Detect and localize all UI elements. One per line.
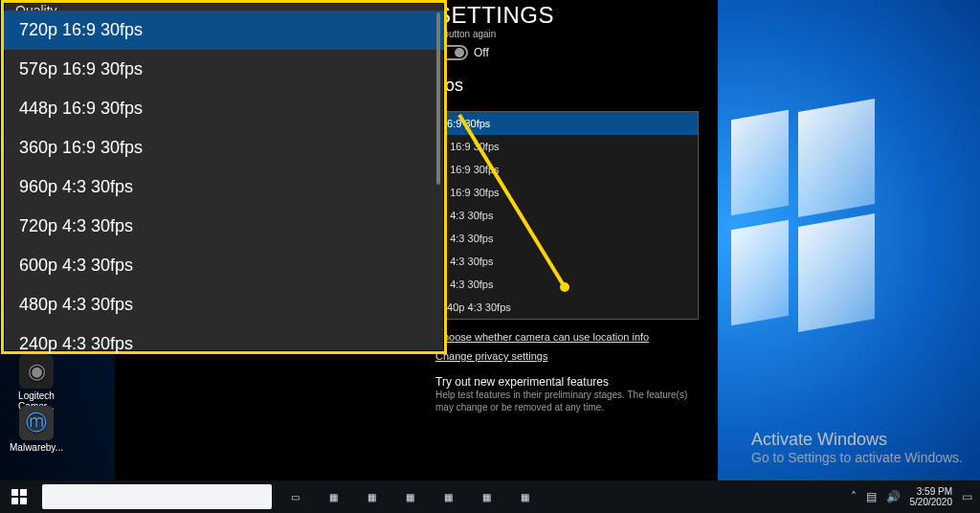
taskbar-app[interactable]: ▦ bbox=[429, 480, 467, 513]
quality-option-large[interactable]: 240p 4:3 30fps bbox=[4, 324, 444, 364]
quality-option[interactable]: p 4:3 30fps bbox=[432, 227, 698, 250]
quality-dropdown-small[interactable]: 16:9 30fps p 16:9 30fps p 16:9 30fps p 1… bbox=[431, 111, 699, 320]
tray-network-icon[interactable]: ▤ bbox=[866, 490, 877, 503]
tray-volume-icon[interactable]: 🔊 bbox=[886, 490, 901, 503]
magnified-quality-dropdown: Quality 720p 16:9 30fps 576p 16:9 30fps … bbox=[1, 0, 447, 354]
quality-option-large[interactable]: 720p 16:9 30fps bbox=[4, 11, 444, 50]
activate-windows-watermark: Activate Windows Go to Settings to activ… bbox=[751, 430, 963, 465]
quality-option[interactable]: p 4:3 30fps bbox=[432, 204, 698, 227]
taskbar-app[interactable]: ▦ bbox=[390, 480, 429, 513]
windows-wallpaper-logo bbox=[731, 96, 961, 383]
quality-label: Quality bbox=[4, 3, 444, 11]
quality-option[interactable]: p 4:3 30fps bbox=[432, 250, 698, 273]
desktop-icon-malwarebytes[interactable]: ⓜ Malwareby... bbox=[8, 406, 65, 453]
quality-option[interactable]: p 4:3 30fps bbox=[432, 273, 698, 296]
taskbar-clock[interactable]: 3:59 PM 5/20/2020 bbox=[910, 486, 953, 507]
taskbar-app[interactable]: ▦ bbox=[314, 480, 352, 513]
tray-chevron-icon[interactable]: ˄ bbox=[851, 490, 857, 503]
task-view-icon[interactable]: ▭ bbox=[276, 480, 314, 513]
taskbar-app[interactable]: ▦ bbox=[505, 480, 544, 513]
scrollbar[interactable] bbox=[436, 12, 440, 185]
quality-option[interactable]: p 16:9 30fps bbox=[432, 158, 698, 181]
quality-option[interactable]: p 16:9 30fps bbox=[432, 181, 698, 204]
malwarebytes-icon: ⓜ bbox=[19, 406, 54, 440]
svg-rect-9 bbox=[20, 498, 27, 504]
quality-option-large[interactable]: 960p 4:3 30fps bbox=[4, 167, 444, 207]
quality-option-large[interactable]: 448p 16:9 30fps bbox=[4, 89, 444, 128]
taskbar-app[interactable]: ▦ bbox=[352, 480, 390, 513]
activate-title: Activate Windows bbox=[751, 430, 963, 450]
quality-option-large[interactable]: 720p 4:3 30fps bbox=[4, 207, 444, 246]
quality-option-large[interactable]: 576p 16:9 30fps bbox=[4, 50, 444, 89]
quality-option-large[interactable]: 600p 4:3 30fps bbox=[4, 246, 444, 285]
toggle-label: Off bbox=[474, 46, 489, 59]
taskbar-search[interactable] bbox=[42, 484, 272, 509]
quality-option-large[interactable]: 360p 16:9 30fps bbox=[4, 128, 444, 167]
experimental-body: Help test features in their preliminary … bbox=[435, 389, 699, 413]
svg-rect-7 bbox=[20, 489, 27, 496]
start-button[interactable] bbox=[0, 480, 38, 513]
activate-sub: Go to Settings to activate Windows. bbox=[751, 450, 963, 465]
quality-option[interactable]: 16:9 30fps bbox=[432, 112, 698, 135]
quality-option[interactable]: p 16:9 30fps bbox=[432, 135, 698, 158]
quality-option[interactable]: 240p 4:3 30fps bbox=[432, 296, 698, 319]
experimental-heading: Try out new experimental features bbox=[435, 375, 699, 389]
taskbar: ▭ ▦ ▦ ▦ ▦ ▦ ▦ ˄ ▤ 🔊 3:59 PM 5/20/2020 ▭ bbox=[0, 480, 980, 513]
svg-rect-6 bbox=[11, 489, 18, 496]
svg-rect-8 bbox=[11, 498, 18, 504]
quality-option-large[interactable]: 480p 4:3 30fps bbox=[4, 285, 444, 324]
notifications-icon[interactable]: ▭ bbox=[962, 490, 972, 503]
taskbar-app[interactable]: ▦ bbox=[467, 480, 505, 513]
